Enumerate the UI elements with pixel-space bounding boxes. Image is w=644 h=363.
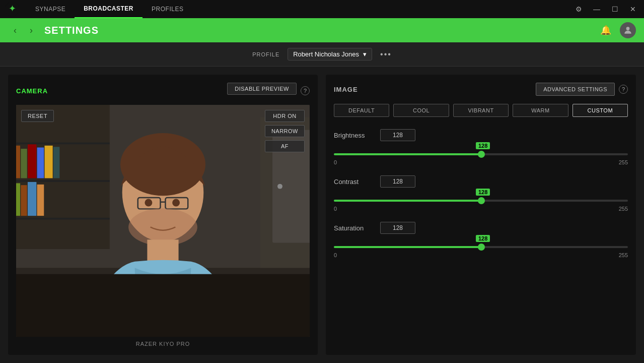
image-help-icon[interactable]: ? <box>619 85 628 94</box>
saturation-section: Saturation 128 0 255 <box>334 222 628 258</box>
titlebar-left: ✦ SYNAPSE BROADCASTER PROFILES <box>4 0 192 18</box>
camera-video-area: RESET HDR ON NARROW AF <box>16 105 310 337</box>
svg-rect-8 <box>16 218 110 220</box>
main-nav: SYNAPSE BROADCASTER PROFILES <box>26 0 192 18</box>
svg-point-28 <box>172 199 180 206</box>
saturation-min: 0 <box>334 252 337 258</box>
svg-rect-14 <box>53 147 59 178</box>
contrast-header: Contrast <box>334 175 628 188</box>
narrow-button[interactable]: NARROW <box>265 125 305 137</box>
svg-point-21 <box>277 184 282 189</box>
contrast-label: Contrast <box>334 178 374 186</box>
close-button[interactable]: ✕ <box>626 2 640 16</box>
saturation-label: Saturation <box>334 224 374 232</box>
image-title: IMAGE <box>334 86 358 93</box>
svg-point-27 <box>145 199 152 206</box>
svg-rect-11 <box>28 144 36 178</box>
dropdown-icon: ▾ <box>363 50 367 58</box>
minimize-button[interactable]: — <box>590 2 604 16</box>
camera-help-icon[interactable]: ? <box>301 86 310 95</box>
brightness-label: Brightness <box>334 132 374 139</box>
svg-rect-17 <box>28 182 36 216</box>
svg-rect-13 <box>45 146 53 178</box>
advanced-settings-button[interactable]: ADVANCED SETTINGS <box>536 83 615 96</box>
brightness-slider[interactable] <box>334 153 628 155</box>
camera-left-overlay: RESET <box>21 110 54 122</box>
brightness-max: 255 <box>619 159 628 165</box>
svg-rect-12 <box>37 148 44 178</box>
contrast-tooltip: 128 <box>476 189 490 196</box>
svg-rect-6 <box>16 143 110 145</box>
disable-preview-button[interactable]: DISABLE PREVIEW <box>227 83 297 95</box>
back-button[interactable]: ‹ <box>8 23 22 37</box>
titlebar: ✦ SYNAPSE BROADCASTER PROFILES ⚙ — ☐ ✕ <box>0 0 644 18</box>
topbar-nav: ‹ › <box>8 23 38 37</box>
profile-bar: PROFILE Robert Nicholas Jones ▾ ••• <box>0 42 644 67</box>
contrast-max: 255 <box>619 206 628 212</box>
image-header: IMAGE ADVANCED SETTINGS ? <box>334 83 628 96</box>
nav-synapse[interactable]: SYNAPSE <box>26 0 75 18</box>
brightness-range: 0 255 <box>334 159 628 165</box>
af-button[interactable]: AF <box>265 140 305 152</box>
profile-more-button[interactable]: ••• <box>380 50 392 59</box>
razer-logo: ✦ <box>4 1 20 17</box>
svg-point-2 <box>626 27 630 30</box>
preset-cool[interactable]: COOL <box>393 104 449 117</box>
nav-broadcaster[interactable]: BROADCASTER <box>75 0 142 18</box>
profile-dropdown[interactable]: Robert Nicholas Jones ▾ <box>288 48 372 60</box>
nav-profiles[interactable]: PROFILES <box>142 0 192 18</box>
saturation-max: 255 <box>619 252 628 258</box>
preset-vibrant[interactable]: VIBRANT <box>453 104 509 117</box>
contrast-min: 0 <box>334 206 337 212</box>
brightness-input[interactable] <box>380 129 415 141</box>
saturation-tooltip: 128 <box>476 235 490 242</box>
reset-button[interactable]: RESET <box>21 110 54 122</box>
svg-rect-9 <box>16 146 20 178</box>
main-content: CAMERA DISABLE PREVIEW ? <box>0 67 644 363</box>
camera-title: CAMERA <box>16 87 48 95</box>
saturation-slider-row: 128 0 255 <box>334 238 628 258</box>
preset-warm[interactable]: WARM <box>513 104 568 117</box>
preset-custom[interactable]: CUSTOM <box>573 104 628 117</box>
camera-footer: RAZER KIYO PRO <box>16 341 310 347</box>
brightness-min: 0 <box>334 159 337 165</box>
svg-rect-10 <box>21 149 27 178</box>
titlebar-right: ⚙ — ☐ ✕ <box>571 2 640 16</box>
svg-rect-18 <box>37 185 44 216</box>
saturation-slider[interactable] <box>334 246 628 248</box>
brightness-tooltip: 128 <box>476 142 490 149</box>
maximize-button[interactable]: ☐ <box>608 2 622 16</box>
hdr-button[interactable]: HDR ON <box>265 110 305 122</box>
contrast-input[interactable] <box>380 175 415 188</box>
brightness-header: Brightness <box>334 129 628 141</box>
forward-button[interactable]: › <box>24 23 38 37</box>
user-avatar[interactable] <box>620 22 636 38</box>
preset-default[interactable]: DEFAULT <box>334 104 389 117</box>
page-title: SETTINGS <box>44 25 592 36</box>
saturation-header: Saturation <box>334 222 628 234</box>
svg-text:✦: ✦ <box>9 4 16 14</box>
svg-rect-31 <box>16 274 310 337</box>
topbar-right: 🔔 <box>598 22 636 38</box>
notification-button[interactable]: 🔔 <box>598 22 614 38</box>
preset-row: DEFAULT COOL VIBRANT WARM CUSTOM <box>334 104 628 117</box>
image-panel: IMAGE ADVANCED SETTINGS ? DEFAULT COOL V… <box>326 75 636 355</box>
camera-header: CAMERA DISABLE PREVIEW ? <box>16 83 310 99</box>
svg-rect-16 <box>21 185 27 216</box>
camera-right-overlay: HDR ON NARROW AF <box>265 110 305 152</box>
saturation-range: 0 255 <box>334 252 628 258</box>
contrast-slider[interactable] <box>334 200 628 202</box>
profile-label: PROFILE <box>252 51 279 57</box>
contrast-range: 0 255 <box>334 206 628 212</box>
svg-rect-7 <box>16 180 110 182</box>
brightness-slider-row: 128 0 255 <box>334 145 628 165</box>
svg-rect-15 <box>16 183 20 216</box>
topbar: ‹ › SETTINGS 🔔 <box>0 18 644 42</box>
contrast-section: Contrast 128 0 255 <box>334 175 628 212</box>
camera-panel: CAMERA DISABLE PREVIEW ? <box>8 75 318 355</box>
settings-icon[interactable]: ⚙ <box>571 2 586 16</box>
profile-name: Robert Nicholas Jones <box>293 50 359 58</box>
saturation-input[interactable] <box>380 222 415 234</box>
brightness-section: Brightness 128 0 255 <box>334 129 628 165</box>
contrast-slider-row: 128 0 255 <box>334 192 628 212</box>
